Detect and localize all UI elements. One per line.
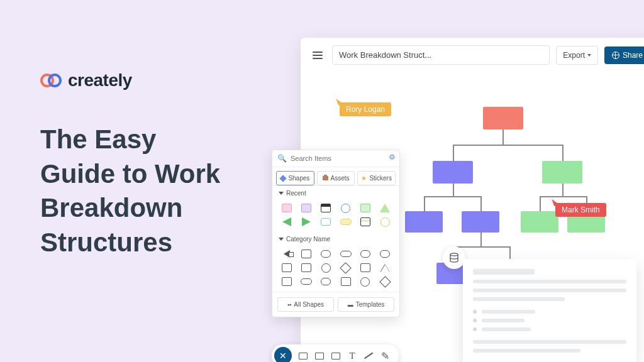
shapes-panel: ⚙ 🔍 Shapes Assets ★ Stickers Recent bbox=[272, 150, 400, 317]
shape-outline[interactable] bbox=[280, 277, 293, 287]
shape-rect-pink[interactable] bbox=[280, 203, 293, 213]
chart-node[interactable] bbox=[433, 161, 473, 184]
menu-icon[interactable] bbox=[309, 47, 326, 63]
star-icon: ★ bbox=[361, 175, 367, 182]
share-button[interactable]: Share bbox=[604, 47, 644, 64]
shape-outline[interactable] bbox=[319, 249, 332, 259]
shape-circle-blue[interactable] bbox=[340, 203, 352, 213]
svg-point-0 bbox=[450, 253, 458, 256]
toolbar: ✕ T ✎ bbox=[272, 344, 399, 362]
page-title: The Easy Guide to Work Breakdown Structu… bbox=[40, 123, 220, 260]
logo-icon bbox=[40, 74, 63, 87]
chart-node-root[interactable] bbox=[483, 107, 523, 129]
shape-outline[interactable] bbox=[300, 277, 313, 287]
shape-outline[interactable] bbox=[340, 263, 352, 273]
shape-arrow-left[interactable] bbox=[280, 217, 293, 227]
button-label: Templates bbox=[356, 301, 385, 308]
shape-outline[interactable] bbox=[379, 249, 391, 259]
pen-tool[interactable]: ✎ bbox=[380, 351, 390, 360]
tab-label: Shapes bbox=[288, 175, 309, 182]
briefcase-icon bbox=[323, 176, 328, 180]
export-label: Export bbox=[563, 51, 585, 60]
chevron-down-icon bbox=[279, 238, 284, 241]
shape-outline[interactable] bbox=[359, 249, 372, 259]
database-badge[interactable] bbox=[443, 246, 465, 269]
diamond-icon bbox=[280, 175, 287, 182]
all-shapes-button[interactable]: ▪▪ All Shapes bbox=[277, 297, 334, 312]
tab-stickers[interactable]: ★ Stickers bbox=[357, 171, 396, 185]
button-label: All Shapes bbox=[294, 301, 324, 308]
shape-outline[interactable] bbox=[280, 249, 293, 259]
section-label: Category Name bbox=[286, 236, 330, 243]
tab-shapes[interactable]: Shapes bbox=[276, 171, 314, 185]
grid-icon: ▪▪ bbox=[287, 302, 291, 308]
shape-pill-yellow[interactable] bbox=[340, 217, 352, 227]
rectangle-tool[interactable] bbox=[298, 351, 308, 360]
tab-label: Assets bbox=[331, 175, 350, 182]
template-icon: ▬ bbox=[348, 302, 353, 308]
section-category[interactable]: Category Name bbox=[272, 232, 399, 246]
shape-outline[interactable] bbox=[340, 277, 352, 287]
chart-node[interactable] bbox=[521, 211, 558, 233]
search-icon: 🔍 bbox=[277, 154, 287, 163]
close-button[interactable]: ✕ bbox=[274, 347, 292, 362]
line-tool[interactable] bbox=[364, 351, 374, 360]
shape-circle-yellow[interactable] bbox=[379, 217, 391, 227]
shape-speech-cyan[interactable] bbox=[319, 217, 332, 227]
shape-outline[interactable] bbox=[379, 277, 391, 287]
share-label: Share bbox=[623, 51, 643, 60]
brand-name: creately bbox=[68, 70, 132, 90]
shape-outline[interactable] bbox=[359, 277, 372, 287]
shape-arrow-right[interactable] bbox=[300, 217, 313, 227]
tab-assets[interactable]: Assets bbox=[317, 171, 355, 185]
shape-outline[interactable] bbox=[359, 263, 372, 273]
note-tool[interactable] bbox=[331, 351, 341, 360]
shape-outline[interactable] bbox=[280, 263, 293, 273]
shape-rect-header[interactable] bbox=[319, 203, 332, 213]
search-input[interactable] bbox=[291, 155, 394, 162]
export-button[interactable]: Export bbox=[556, 46, 598, 65]
collaborator-cursor: Rory Logan bbox=[340, 102, 391, 116]
shape-outline[interactable] bbox=[300, 249, 313, 259]
shape-outline[interactable] bbox=[319, 277, 332, 287]
gear-icon[interactable]: ⚙ bbox=[389, 153, 396, 162]
text-tool[interactable]: T bbox=[347, 351, 357, 360]
shape-outline[interactable] bbox=[379, 263, 391, 273]
tab-label: Stickers bbox=[369, 175, 392, 182]
document-title-input[interactable]: Work Breakdown Struct... bbox=[332, 45, 550, 65]
brand-logo: creately bbox=[40, 70, 132, 90]
database-icon bbox=[449, 253, 459, 263]
app-header: Work Breakdown Struct... Export Share bbox=[301, 38, 644, 72]
chevron-down-icon bbox=[587, 54, 591, 57]
shape-outline[interactable] bbox=[319, 263, 332, 273]
globe-icon bbox=[612, 52, 619, 59]
close-icon: ✕ bbox=[279, 351, 287, 361]
templates-button[interactable]: ▬ Templates bbox=[338, 297, 394, 312]
shape-rect-green[interactable] bbox=[359, 203, 372, 213]
chevron-down-icon bbox=[279, 192, 284, 195]
detail-card bbox=[463, 259, 636, 362]
chart-node[interactable] bbox=[462, 211, 499, 233]
section-recent[interactable]: Recent bbox=[272, 186, 399, 200]
frame-tool[interactable] bbox=[314, 351, 325, 360]
shape-outline[interactable] bbox=[340, 249, 352, 259]
section-label: Recent bbox=[286, 190, 306, 197]
collaborator-cursor: Mark Smith bbox=[555, 203, 606, 217]
shape-triangle-green[interactable] bbox=[379, 203, 391, 213]
shape-card-yellow[interactable] bbox=[359, 217, 372, 227]
shape-rect-purple[interactable] bbox=[300, 203, 313, 213]
shape-outline[interactable] bbox=[300, 263, 313, 273]
chart-node[interactable] bbox=[405, 211, 443, 233]
chart-node[interactable] bbox=[542, 161, 582, 184]
